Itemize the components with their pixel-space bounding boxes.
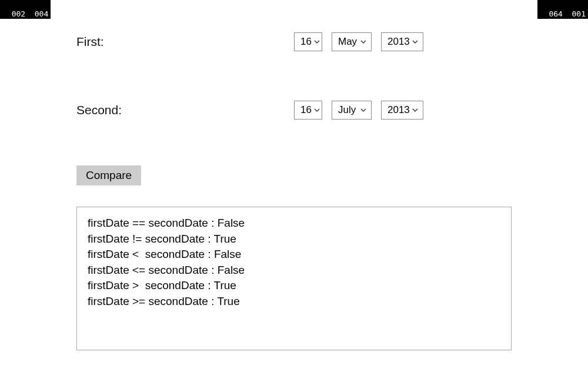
first-day-select[interactable]: 16 xyxy=(294,32,322,51)
output-line: firstDate <= secondDate : False xyxy=(88,263,500,279)
first-year-value: 2013 xyxy=(387,36,410,48)
first-year-select[interactable]: 2013 xyxy=(381,32,423,51)
first-date-row: First: 16 May 2013 xyxy=(76,32,512,51)
second-date-label: Second: xyxy=(76,103,294,117)
first-day-value: 16 xyxy=(300,36,312,48)
second-day-select[interactable]: 16 xyxy=(294,101,322,120)
output-line: firstDate >= secondDate : True xyxy=(88,294,500,310)
corner-top-right: 064 001 xyxy=(537,0,588,19)
first-month-value: May xyxy=(338,36,358,48)
second-date-row: Second: 16 July 2013 xyxy=(76,101,512,120)
second-day-value: 16 xyxy=(300,104,312,116)
second-month-select[interactable]: July xyxy=(332,101,372,120)
first-month-select[interactable]: May xyxy=(332,32,372,51)
output-line: firstDate != secondDate : True xyxy=(88,231,500,247)
chevron-down-icon xyxy=(314,107,320,113)
output-line: firstDate < secondDate : False xyxy=(88,247,500,263)
first-date-label: First: xyxy=(76,35,294,49)
corner-top-left: 002 004 xyxy=(0,0,51,19)
second-year-value: 2013 xyxy=(387,104,410,116)
output-line: firstDate > secondDate : True xyxy=(88,278,500,294)
corner-number: 064 xyxy=(549,9,562,18)
compare-button[interactable]: Compare xyxy=(76,165,141,185)
corner-number: 001 xyxy=(572,9,586,18)
chevron-down-icon xyxy=(412,39,418,45)
second-month-value: July xyxy=(338,104,358,116)
second-year-select[interactable]: 2013 xyxy=(381,101,423,120)
chevron-down-icon xyxy=(360,39,366,45)
chevron-down-icon xyxy=(360,107,366,113)
corner-number: 002 xyxy=(12,9,25,18)
chevron-down-icon xyxy=(412,107,418,113)
corner-number: 004 xyxy=(35,9,48,18)
output-line: firstDate == secondDate : False xyxy=(88,216,500,231)
output-textarea[interactable]: firstDate == secondDate : False firstDat… xyxy=(76,207,512,350)
chevron-down-icon xyxy=(314,39,320,45)
